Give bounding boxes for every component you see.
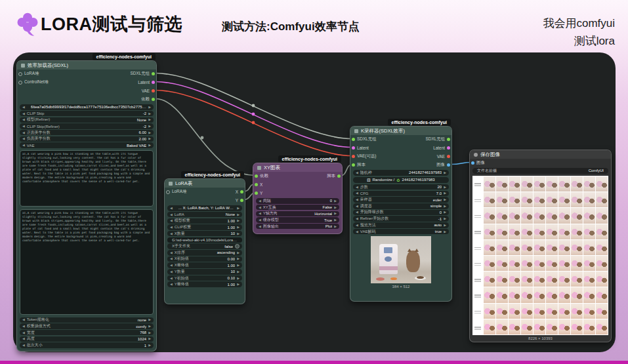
arrow-right-icon[interactable]: ▶ (148, 144, 151, 147)
arrow-right-icon[interactable]: ▶ (237, 277, 240, 280)
arrow-left-icon[interactable]: ◀ (170, 283, 173, 286)
widget-vae[interactable]: ◀VAEBaked VAE▶ (20, 142, 154, 148)
node-save-image[interactable]: 保存图像 图像 文件名前缀ComfyUI 8226 × 10393 (469, 150, 612, 342)
arrow-left-icon[interactable]: ◀ (356, 171, 358, 174)
out-port-图像[interactable]: 图像 (436, 162, 450, 168)
widget-batch-mode[interactable]: ◀... X: LoRA Batch, Y: LoRA Weight▶ (167, 205, 242, 211)
arrow-right-icon[interactable]: ▶ (237, 251, 240, 254)
arrow-left-icon[interactable]: ◀ (170, 257, 173, 260)
widget-batch-size[interactable]: ◀批次大小1▶ (20, 342, 154, 348)
arrow-left-icon[interactable]: ◀ (22, 337, 25, 340)
arrow-left-icon[interactable]: ◀ (356, 211, 358, 214)
in-port-LoRA堆[interactable]: LoRA堆 (19, 71, 39, 77)
widget-refiner-model[interactable]: ◀模型(Refiner)None▶ (20, 117, 154, 123)
arrow-right-icon[interactable]: ▶ (148, 131, 151, 134)
arrow-left-icon[interactable]: ◀ (259, 199, 261, 203)
widget-x-sort[interactable]: ◀X排序ascending▶ (167, 250, 242, 256)
widget-ckpt-name[interactable]: ◀6ltea7a05db69993f17dedd8cca1777e75106ed… (20, 104, 154, 110)
widget-y-last[interactable]: ◀Y最终值1.00▶ (167, 281, 242, 287)
widget-model-weight[interactable]: ◀模型权重1.00▶ (167, 218, 242, 224)
widget-x-last[interactable]: ◀X最终值1.00▶ (167, 262, 242, 268)
widget-clip-weight[interactable]: ◀CLIP权重1.00▶ (167, 224, 242, 230)
arrow-right-icon[interactable]: ▶ (148, 337, 151, 340)
toggle-knob-icon[interactable] (235, 244, 240, 249)
randomize-seed-button[interactable]: ⚄ Randomize / ♻ 244182746197983 (353, 177, 449, 183)
in-port-X[interactable]: X (255, 182, 262, 187)
widget-refiner-start-steps[interactable]: ◀Refiner开始步数-1▶ (353, 216, 449, 222)
out-port-依赖[interactable]: 依赖 (141, 96, 154, 102)
arrow-left-icon[interactable]: ◀ (356, 217, 358, 220)
widget-y-first[interactable]: ◀Y初始值0.10▶ (167, 275, 242, 281)
widget-filename-prefix[interactable]: 文件名前缀ComfyUI (472, 168, 608, 174)
arrow-left-icon[interactable]: ◀ (356, 205, 358, 208)
arrow-right-icon[interactable]: ▶ (237, 257, 240, 260)
collapse-icon[interactable] (21, 64, 25, 68)
in-port-Y[interactable]: Y (255, 191, 262, 195)
widget-x-first[interactable]: ◀X初始值0.00▶ (167, 256, 242, 262)
arrow-left-icon[interactable]: ◀ (356, 230, 358, 233)
arrow-right-icon[interactable]: ▶ (237, 264, 240, 267)
arrow-right-icon[interactable]: ▶ (148, 112, 151, 115)
widget-weight-interpretation[interactable]: ◀权重插值方式comfy▶ (20, 323, 154, 329)
widget-sampler[interactable]: ◀采样器euler▶ (353, 197, 449, 203)
arrow-left-icon[interactable]: ◀ (170, 270, 173, 273)
widget-vae-decode[interactable]: ◀VAE解码true▶ (353, 229, 449, 235)
node-lora-table[interactable]: LoRA表 LoRA堆XY ◀... X: LoRA Batch, Y: LoR… (164, 178, 245, 304)
arrow-right-icon[interactable]: ▶ (444, 186, 446, 189)
arrow-right-icon[interactable]: ▶ (444, 230, 446, 233)
arrow-left-icon[interactable]: ◀ (259, 212, 261, 215)
arrow-right-icon[interactable]: ▶ (444, 224, 446, 227)
arrow-left-icon[interactable]: ◀ (170, 207, 173, 210)
out-port-X[interactable]: X (236, 190, 243, 194)
in-port-脚本[interactable]: 脚本 (352, 162, 366, 168)
arrow-right-icon[interactable]: ▶ (444, 192, 446, 195)
widget-scheduler[interactable]: ◀调度器simple▶ (353, 203, 449, 209)
widget-negative-aesthetic-score[interactable]: ◀负面美学分数2.00▶ (20, 136, 154, 142)
widget-preview-method[interactable]: ◀预览方法auto▶ (353, 222, 449, 228)
arrow-right-icon[interactable]: ▶ (148, 106, 151, 109)
negative-prompt-textarea[interactable]: a1,A cat wearing a pink bow is standing … (20, 209, 154, 315)
out-port-Y[interactable]: Y (236, 198, 243, 203)
arrow-left-icon[interactable]: ◀ (259, 225, 261, 228)
node-header[interactable]: XY图表 (253, 163, 342, 172)
arrow-right-icon[interactable]: ▶ (334, 212, 337, 215)
arrow-left-icon[interactable]: ◀ (259, 206, 261, 209)
widget-height[interactable]: ◀高度1024▶ (20, 336, 154, 342)
arrow-left-icon[interactable]: ◀ (22, 118, 25, 121)
arrow-right-icon[interactable]: ▶ (237, 270, 240, 273)
arrow-right-icon[interactable]: ▶ (148, 125, 151, 128)
arrow-left-icon[interactable]: ◀ (22, 331, 25, 334)
widget-lora[interactable]: ◀LoRANone▶ (167, 212, 242, 218)
arrow-right-icon[interactable]: ▶ (334, 206, 337, 209)
arrow-right-icon[interactable]: ▶ (148, 118, 151, 121)
widget-batch-path[interactable]: G:\sd-webui-aki-v4.10\models\Lora\X ... (167, 237, 242, 243)
arrow-left-icon[interactable]: ◀ (170, 251, 173, 254)
node-header[interactable]: LoRA表 (165, 179, 245, 188)
arrow-right-icon[interactable]: ▶ (237, 207, 240, 210)
in-port-依赖[interactable]: 依赖 (255, 173, 268, 179)
arrow-left-icon[interactable]: ◀ (170, 264, 173, 267)
arrow-left-icon[interactable]: ◀ (170, 232, 173, 235)
collapse-icon[interactable] (257, 166, 261, 170)
arrow-right-icon[interactable]: ▶ (334, 218, 337, 222)
out-port-Latent[interactable]: Latent (138, 80, 154, 85)
widget-clip-skip-refiner[interactable]: ◀CLIP Skip(Refiner)-2▶ (20, 123, 154, 129)
arrow-left-icon[interactable]: ◀ (356, 224, 358, 227)
arrow-right-icon[interactable]: ▶ (444, 211, 446, 214)
widget-image-output[interactable]: ◀图像输出Plot▶ (256, 224, 339, 230)
preview-image[interactable] (371, 236, 431, 283)
arrow-right-icon[interactable]: ▶ (148, 137, 151, 140)
node-graph-canvas[interactable]: efficiency-nodes-comfyui efficiency-node… (13, 52, 616, 352)
arrow-left-icon[interactable]: ◀ (170, 226, 173, 229)
node-header[interactable]: K采样器(SDXL效率) (350, 127, 451, 135)
widget-y-count[interactable]: ◀Y数量10▶ (167, 269, 242, 275)
in-port-Latent[interactable]: Latent (352, 146, 369, 150)
arrow-left-icon[interactable]: ◀ (356, 192, 358, 195)
arrow-left-icon[interactable]: ◀ (356, 198, 358, 201)
arrow-left-icon[interactable]: ◀ (22, 144, 25, 147)
out-port-Latent[interactable]: Latent (433, 146, 450, 150)
arrow-left-icon[interactable]: ◀ (22, 325, 25, 328)
arrow-right-icon[interactable]: ▶ (444, 171, 446, 174)
in-port-图像[interactable]: 图像 (472, 160, 485, 166)
node-header[interactable]: 效率加载器(SDXL) (17, 61, 156, 70)
